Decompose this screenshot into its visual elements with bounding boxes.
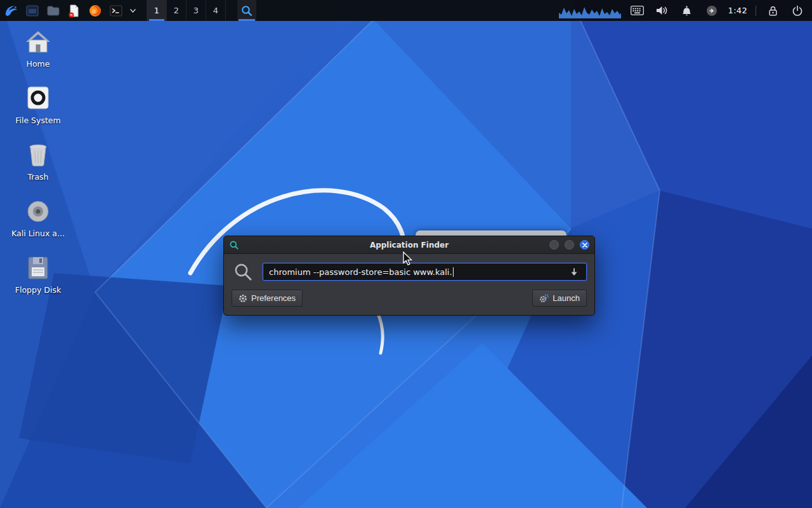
preferences-label: Preferences: [251, 293, 296, 303]
history-arrow-icon: [570, 267, 578, 276]
kali-menu-button[interactable]: [3, 3, 20, 19]
keyboard-layout-indicator[interactable]: [629, 3, 646, 19]
bell-icon: [681, 5, 692, 16]
titlebar[interactable]: Application Finder: [224, 236, 594, 254]
volume-icon: [656, 5, 668, 16]
terminal-dropdown-button[interactable]: [129, 3, 136, 19]
file-manager-button[interactable]: [45, 3, 62, 19]
terminal-icon: [109, 4, 123, 18]
workspace-4[interactable]: 4: [206, 0, 226, 21]
panel-launchers: [0, 0, 136, 21]
tray-separator: [756, 6, 756, 16]
workspace-2[interactable]: 2: [167, 0, 187, 21]
notifications-indicator[interactable]: [679, 3, 695, 19]
document-icon: [67, 4, 81, 18]
folder-icon: [46, 4, 60, 18]
desktop-icon-label: File System: [15, 116, 61, 125]
status-indicator[interactable]: [704, 3, 720, 19]
application-finder-window: Application Finder chromium --password-s…: [223, 236, 595, 316]
power-icon: [792, 5, 803, 17]
trash-icon: [24, 142, 52, 168]
desktop-icon-floppy[interactable]: Floppy Disk: [0, 255, 76, 295]
desktop-icon-label: Trash: [27, 172, 48, 182]
workspace-2-label: 2: [174, 6, 179, 15]
search-row: chromium --password-store=basic www.kali…: [233, 262, 587, 281]
volume-control[interactable]: [654, 3, 671, 19]
search-icon: [233, 262, 252, 281]
firefox-icon: [88, 4, 102, 18]
clock[interactable]: 1:42: [728, 6, 747, 15]
file-system-icon: [24, 86, 52, 111]
panel-tray: 1:42: [559, 0, 812, 21]
kali-logo-icon: [4, 3, 19, 18]
top-panel: 1 2 3 4: [0, 0, 812, 21]
desktop-icon-label: Floppy Disk: [15, 285, 61, 295]
search-input[interactable]: chromium --password-store=basic www.kali…: [263, 263, 587, 281]
workspace-1-label: 1: [154, 6, 159, 15]
floppy-icon: [24, 255, 52, 281]
appfinder-taskbar-icon: [240, 4, 253, 17]
search-input-value: chromium --password-store=basic www.kali…: [269, 267, 452, 277]
close-button[interactable]: [580, 240, 589, 250]
workspace-1[interactable]: 1: [147, 0, 167, 21]
desktop-icon-column: Home File System Trash Kali Linux a...: [0, 29, 76, 312]
logout-button[interactable]: [789, 3, 806, 19]
gear-icon: [239, 294, 247, 303]
close-icon: [582, 243, 587, 248]
workspace-4-label: 4: [213, 6, 218, 15]
chevron-down-icon: [130, 9, 136, 13]
button-row: Preferences Launch: [232, 290, 587, 307]
lock-icon: [768, 5, 778, 17]
desktop-icon-trash[interactable]: Trash: [0, 142, 76, 182]
minimize-button[interactable]: [549, 240, 559, 250]
preferences-button[interactable]: Preferences: [232, 290, 303, 307]
launch-icon: [539, 294, 549, 303]
cpu-graph[interactable]: [559, 3, 621, 18]
launch-button[interactable]: Launch: [532, 290, 587, 307]
firefox-button[interactable]: [87, 3, 103, 19]
launch-label: Launch: [553, 293, 580, 303]
status-icon: [706, 5, 717, 17]
window-title: Application Finder: [224, 241, 594, 250]
desktop-icon-kali-cd[interactable]: Kali Linux a...: [0, 199, 76, 238]
home-icon: [24, 29, 52, 55]
desktop-icon-label: Home: [27, 59, 50, 69]
workspace-switcher: 1 2 3 4: [147, 0, 226, 21]
workspace-3[interactable]: 3: [187, 0, 206, 21]
text-caret: [453, 267, 454, 277]
cdrom-icon: [24, 199, 52, 224]
files-app-button[interactable]: [24, 3, 41, 19]
keyboard-icon: [631, 6, 644, 15]
desktop: 1 2 3 4: [0, 0, 812, 508]
appfinder-window-icon: [229, 240, 239, 250]
text-editor-button[interactable]: [66, 3, 82, 19]
workspace-3-label: 3: [193, 6, 199, 15]
desktop-icon-label: Kali Linux a...: [11, 229, 65, 238]
desktop-icon-file-system[interactable]: File System: [0, 86, 76, 125]
lock-screen-button[interactable]: [764, 3, 781, 19]
terminal-button[interactable]: [108, 3, 124, 19]
window-controls: [549, 240, 589, 250]
files-app-icon: [25, 4, 39, 18]
taskbar-appfinder-button[interactable]: [237, 0, 256, 21]
history-dropdown-button[interactable]: [568, 264, 580, 279]
maximize-button[interactable]: [565, 240, 574, 250]
desktop-icon-home[interactable]: Home: [0, 29, 76, 69]
